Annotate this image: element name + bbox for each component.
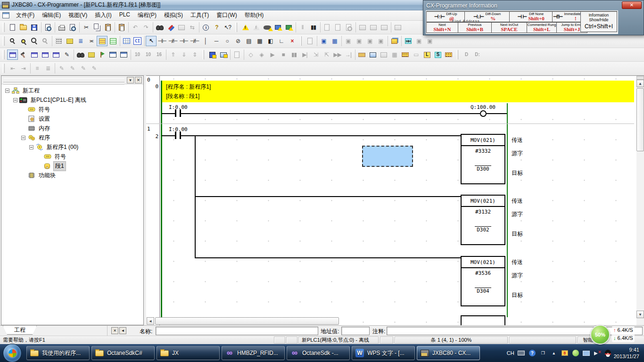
new-closed-coil-button[interactable]: ⊘ <box>232 36 243 46</box>
expand-box[interactable] <box>5 89 9 93</box>
source-operand[interactable]: #3132 <box>462 209 504 215</box>
language-indicator[interactable]: CH <box>507 349 514 357</box>
scroll-up-button[interactable]: ▲ <box>636 80 644 87</box>
menu-insert[interactable]: 插入(I) <box>91 10 115 20</box>
new-coil-button[interactable]: ○ <box>222 36 232 46</box>
vertical-scroll-thumb[interactable] <box>636 88 644 151</box>
taskbar-button-cx-programmer[interactable]: JXBC80 - CX... <box>417 346 480 360</box>
watch-glasses-button[interactable] <box>75 49 86 60</box>
menu-edit[interactable]: 编辑(E) <box>38 10 65 20</box>
menu-tools[interactable]: 工具(T) <box>187 10 213 20</box>
help-icon[interactable]: ? <box>528 349 536 357</box>
net-speed-ball[interactable]: 50% <box>590 325 610 345</box>
paste-special-button[interactable] <box>116 22 127 33</box>
menu-window[interactable]: 窗口(W) <box>213 10 240 20</box>
coil-operand[interactable]: Q:100.00 <box>471 104 495 110</box>
taskbar-button-vs-octanesdk[interactable]: ∞OctaneSdk -... <box>287 346 350 360</box>
destination-operand[interactable]: D300 <box>475 165 491 172</box>
name-field[interactable] <box>156 327 318 335</box>
watch-hh-button[interactable]: HH <box>403 36 413 46</box>
open-file-button[interactable] <box>18 22 29 33</box>
mov-instruction-block[interactable]: MOV(021)#3536D304 <box>461 256 505 306</box>
taskbar-button-wps-document[interactable]: WWPS 文字 - [... <box>352 346 415 360</box>
destination-operand[interactable]: D304 <box>475 288 491 294</box>
zoom-fit-button[interactable] <box>7 36 18 46</box>
watch-collapse-button[interactable]: ◄ <box>119 327 126 334</box>
symbol-table-view-button[interactable] <box>121 36 132 46</box>
work-online-button[interactable] <box>356 49 367 60</box>
new-horizontal-button[interactable]: ─ <box>211 36 222 46</box>
contact-operand[interactable]: I:0.00 <box>169 104 188 110</box>
properties-button[interactable]: ✎ <box>61 49 72 60</box>
copy-button[interactable] <box>91 22 102 33</box>
scroll-left-button[interactable]: ◄ <box>147 317 154 325</box>
new-closed-or-contact-button[interactable]: ⊣∕⊢ <box>189 36 200 46</box>
context-help-button[interactable]: ↖? <box>222 22 233 33</box>
compile-button[interactable] <box>240 22 251 33</box>
data-calendar-button[interactable]: ▦ <box>329 36 340 46</box>
tab-project[interactable]: 工程 <box>3 326 37 335</box>
plc-settings-dialog-button[interactable] <box>107 49 118 60</box>
sheet-stack-button[interactable]: ▣ <box>318 36 329 46</box>
online-simulator-button[interactable] <box>367 49 378 60</box>
scroll-down-button[interactable]: ▼ <box>636 311 644 318</box>
new-vertical-button[interactable]: │ <box>200 36 211 46</box>
page-window-button[interactable] <box>50 49 61 60</box>
workspace-toggle-button[interactable] <box>7 49 18 60</box>
new-closed-instruction-button[interactable]: ▦ <box>254 36 265 46</box>
taskbar-button-vs-hmbzp-rfid[interactable]: ∞HMBZP_RFID... <box>222 346 285 360</box>
tree-item-programs[interactable]: 程序 <box>1 133 143 142</box>
show-hidden-icons[interactable]: ▲ <box>550 349 558 357</box>
build-hammer-button[interactable] <box>18 49 29 60</box>
menu-view[interactable]: 视图(V) <box>65 10 91 20</box>
plc-errors-button[interactable] <box>400 49 411 60</box>
tree-item-new-program-1[interactable]: 新程序1 (00) <box>1 142 143 152</box>
address-field[interactable] <box>341 327 370 335</box>
ladder-view-button[interactable] <box>97 36 107 46</box>
transfer-check-button[interactable] <box>283 22 294 33</box>
network-icon[interactable] <box>583 349 590 357</box>
taskbar-button-folder-octanesdkcsharp[interactable]: OctaneSdkC# <box>91 346 155 360</box>
tree-item-program-symbols[interactable]: 符号 <box>1 152 143 161</box>
tree-item-plc-node[interactable]: 新PLC1[CP1L-E] 离线 <box>1 95 143 105</box>
vertical-scrollbar[interactable]: ▲ ▼ <box>636 76 644 325</box>
show-comments-button[interactable] <box>64 36 75 46</box>
watch-window-button[interactable] <box>40 49 50 60</box>
contact-operand[interactable]: I:0.00 <box>169 126 188 132</box>
qq-icon[interactable] <box>604 349 612 357</box>
paste-button[interactable] <box>102 22 113 33</box>
keyboard-icon[interactable] <box>518 349 525 357</box>
local-symbols-button[interactable] <box>86 49 97 60</box>
tree-item-section-1[interactable]: 段1 <box>1 161 143 171</box>
menu-help[interactable]: 帮助(H) <box>241 10 268 20</box>
selection-rect[interactable] <box>362 146 413 167</box>
menu-file[interactable]: 文件(F) <box>12 10 38 20</box>
io-comment-view-button[interactable]: CI <box>132 36 143 46</box>
line-corner-button[interactable]: ∟ <box>276 36 287 46</box>
online-edit-s-button[interactable]: S <box>432 49 443 60</box>
print-button[interactable] <box>56 22 67 33</box>
print-setup-button[interactable] <box>42 22 53 33</box>
input-method-icon[interactable]: 8 <box>561 349 569 357</box>
io-table-check-button[interactable] <box>272 22 283 33</box>
info-button[interactable]: i <box>200 22 211 33</box>
mov-instruction-block[interactable]: MOV(021)#3332D300 <box>461 134 505 184</box>
address-stack-button[interactable] <box>389 36 400 46</box>
tree-item-symbols[interactable]: 符号 <box>1 105 143 114</box>
tree-panel-close-button[interactable]: ✕ <box>135 77 142 83</box>
source-operand[interactable]: #3332 <box>462 148 504 154</box>
delete-tool-button[interactable]: × <box>287 36 297 46</box>
zoom-custom-button[interactable] <box>18 36 29 46</box>
release-protect-button[interactable] <box>218 49 229 60</box>
destination-operand[interactable]: D302 <box>475 226 491 233</box>
tree-item-settings[interactable]: 设置 <box>1 114 143 123</box>
help-button[interactable]: ? <box>211 22 222 33</box>
new-contact-button[interactable]: ⊣⊢ <box>157 36 167 46</box>
expand-box[interactable] <box>29 145 33 149</box>
zoom-in-button[interactable] <box>29 36 40 46</box>
select-tool-button[interactable]: ↖ <box>146 36 157 46</box>
expand-box[interactable] <box>13 98 17 102</box>
save-protect-button[interactable] <box>207 49 218 60</box>
expand-box[interactable] <box>21 136 25 140</box>
watch-close-button[interactable]: ✕ <box>111 327 118 334</box>
